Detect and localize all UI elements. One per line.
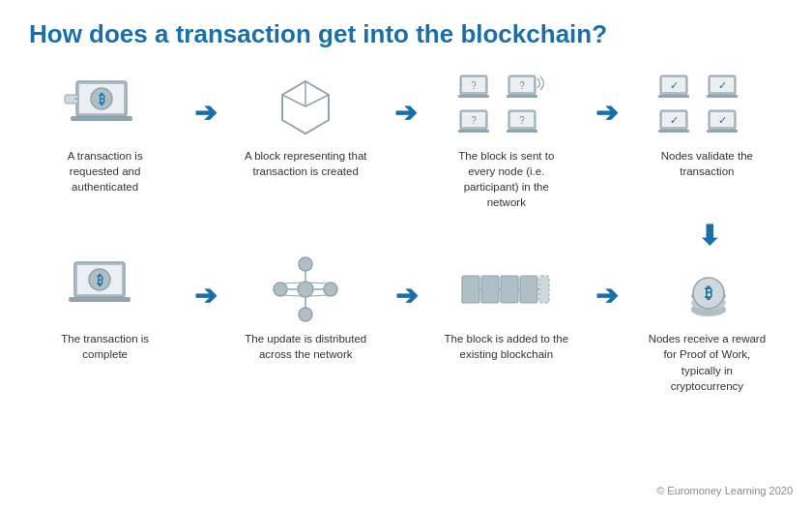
svg-rect-50 [501,276,518,303]
svg-line-67 [284,283,301,284]
svg-text:₿: ₿ [98,92,104,106]
svg-rect-73 [69,297,130,302]
step-4: ✓ ✓ ✓ ✓ Nodes validate the transaction [644,73,769,179]
svg-line-9 [282,95,305,106]
cube-icon [267,73,344,140]
svg-point-60 [274,283,287,296]
step-3: ? ? ? ? [444,73,569,210]
step-2: A block representing that transaction is… [243,73,368,179]
svg-text:✓: ✓ [670,79,679,91]
step-7: The block is added to the existing block… [444,255,569,362]
network-node-icon [267,255,344,323]
bottom-flow-row: ₿ Nodes receive a reward for Proof of Wo… [29,255,783,393]
step-4-label: Nodes validate the transaction [644,148,769,179]
step-1-label: A transaction is requested and authentic… [43,148,168,194]
arrow-6-5: ➔ [194,280,217,312]
svg-rect-51 [520,276,537,303]
svg-line-68 [284,295,301,296]
svg-rect-13 [458,95,489,98]
blockchain-blocks-icon [468,255,545,323]
arrow-down: ⬇ [29,220,783,252]
step-7-label: The block is added to the existing block… [444,331,569,362]
footer-text: © Euromoney Learning 2020 [656,485,793,496]
arrow-8-7: ➔ [595,280,618,312]
svg-rect-33 [707,95,738,98]
svg-rect-29 [658,95,689,98]
main-container: How does a transaction get into the bloc… [0,0,812,508]
step-3-label: The block is sent to every node (i.e. pa… [444,148,569,210]
page-title: How does a transaction get into the bloc… [29,19,783,49]
svg-rect-49 [481,276,499,303]
svg-point-61 [324,283,337,296]
step-5: ₿ The transaction is complete [43,255,168,362]
step-6-label: The update is distributed across the net… [243,331,368,362]
bitcoin-coins-icon: ₿ [668,255,745,323]
svg-rect-17 [507,95,537,98]
svg-point-58 [299,257,312,271]
step-6: The update is distributed across the net… [243,255,368,362]
svg-text:₿: ₿ [96,273,102,287]
step-1: ₿ A transaction is requested and authent… [43,73,168,194]
arrow-3-4: ➔ [595,97,618,129]
svg-text:?: ? [519,80,525,91]
top-flow-row: ₿ A transaction is requested and authent… [29,73,783,210]
step-2-label: A block representing that transaction is… [243,148,368,179]
svg-point-59 [299,308,312,321]
svg-text:₿: ₿ [705,284,712,301]
nodes-question-icon: ? ? ? ? [468,73,545,140]
arrow-7-6: ➔ [395,280,418,312]
svg-line-69 [310,283,327,284]
svg-rect-25 [507,130,537,133]
svg-text:?: ? [471,80,477,91]
step-5-label: The transaction is complete [43,331,168,362]
arrow-1-2: ➔ [194,97,217,129]
svg-text:?: ? [471,115,477,126]
laptop-bitcoin-icon: ₿ [67,73,144,140]
svg-line-10 [305,95,329,106]
svg-rect-41 [707,130,738,133]
step-8: ₿ Nodes receive a reward for Proof of Wo… [644,255,769,393]
svg-rect-21 [458,130,489,133]
svg-text:✓: ✓ [670,114,679,126]
svg-line-70 [310,295,327,296]
arrow-2-3: ➔ [394,97,417,129]
laptop-bitcoin2-icon: ₿ [67,255,144,323]
svg-rect-2 [71,116,132,121]
step-8-label: Nodes receive a reward for Proof of Work… [644,331,769,393]
svg-text:?: ? [519,115,525,126]
svg-rect-48 [462,276,479,303]
svg-rect-52 [539,276,549,303]
svg-text:✓: ✓ [718,79,727,91]
nodes-check-icon: ✓ ✓ ✓ ✓ [668,73,745,140]
svg-text:✓: ✓ [718,114,727,126]
svg-point-57 [298,282,313,297]
svg-rect-37 [658,130,689,133]
